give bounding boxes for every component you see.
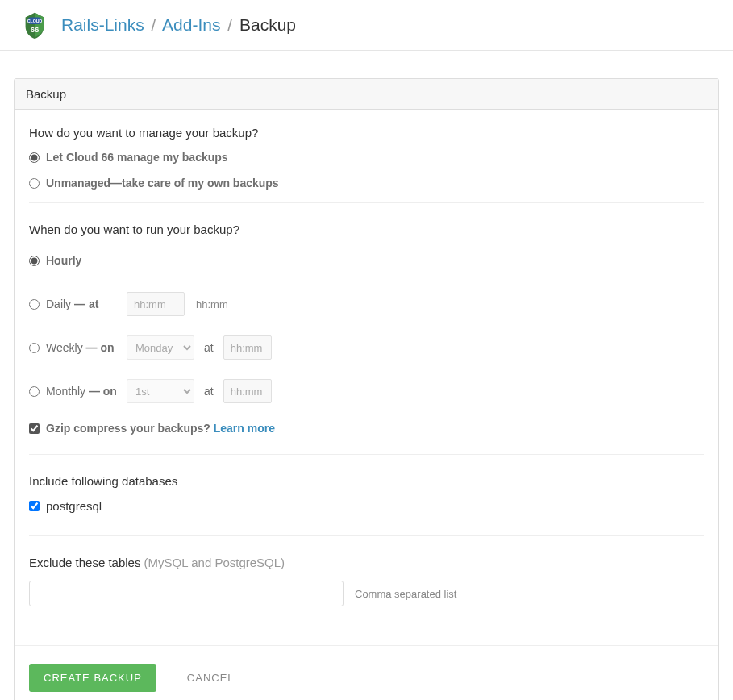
backup-panel: Backup How do you want to manage your ba… <box>14 78 719 700</box>
daily-time-input[interactable] <box>127 292 185 316</box>
db-postgresql-label: postgresql <box>46 499 102 513</box>
breadcrumb-sep: / <box>227 15 232 34</box>
schedule-weekly-row: Weekly — on Monday at <box>29 335 704 360</box>
breadcrumb: Rails-Links / Add-Ins / Backup <box>61 15 296 35</box>
radio-managed[interactable] <box>29 152 40 163</box>
divider <box>29 454 704 455</box>
svg-text:CLOUD: CLOUD <box>27 19 43 23</box>
schedule-monthly-row: Monthly — on 1st at <box>29 378 704 404</box>
radio-unmanaged-label: Unmanaged—take care of my own backups <box>46 177 279 190</box>
radio-unmanaged[interactable] <box>29 178 40 189</box>
panel-footer: CREATE BACKUP CANCEL <box>15 645 718 700</box>
exclude-label: Exclude these tables (MySQL and PostgreS… <box>29 556 704 569</box>
create-backup-button[interactable]: CREATE BACKUP <box>29 664 156 692</box>
schedule-daily-row: Daily — at hh:mm <box>29 291 704 317</box>
breadcrumb-current: Backup <box>239 15 296 34</box>
weekly-time-input[interactable] <box>223 335 272 360</box>
radio-daily[interactable] <box>29 299 40 310</box>
radio-weekly[interactable] <box>29 343 40 353</box>
monthly-time-input[interactable] <box>223 379 272 403</box>
svg-text:66: 66 <box>31 25 40 34</box>
breadcrumb-add-ins[interactable]: Add-Ins <box>162 15 220 34</box>
gzip-row: Gzip compress your backups? Learn more <box>29 422 704 435</box>
exclude-row: Comma separated list <box>29 581 704 606</box>
exclude-hint: Comma separated list <box>355 588 456 600</box>
radio-unmanaged-row: Unmanaged—take care of my own backups <box>29 177 704 190</box>
radio-managed-label: Let Cloud 66 manage my backups <box>46 151 228 164</box>
schedule-hourly-row: Hourly <box>29 248 704 273</box>
radio-managed-row: Let Cloud 66 manage my backups <box>29 151 704 164</box>
db-postgresql-checkbox[interactable] <box>29 501 40 511</box>
manage-question: How do you want to manage your backup? <box>29 126 704 140</box>
panel-title: Backup <box>15 79 718 110</box>
page-header: CLOUD 66 Rails-Links / Add-Ins / Backup <box>0 0 733 51</box>
database-row: postgresql <box>29 499 704 513</box>
divider <box>29 535 704 536</box>
weekly-day-select[interactable]: Monday <box>127 335 194 360</box>
panel-body: How do you want to manage your backup? L… <box>15 110 718 645</box>
radio-hourly-label: Hourly <box>46 254 81 267</box>
gzip-label: Gzip compress your backups? Learn more <box>46 422 275 435</box>
radio-daily-label: Daily — at <box>46 298 127 310</box>
breadcrumb-rails-links[interactable]: Rails-Links <box>61 15 144 34</box>
cloud66-logo: CLOUD 66 <box>19 10 50 40</box>
breadcrumb-sep: / <box>152 15 156 34</box>
radio-monthly[interactable] <box>29 386 40 397</box>
gzip-checkbox[interactable] <box>29 423 40 434</box>
cancel-button[interactable]: CANCEL <box>187 672 235 684</box>
daily-time-hint: hh:mm <box>196 298 228 310</box>
weekly-at-label: at <box>204 341 214 354</box>
radio-weekly-label: Weekly — on <box>46 341 127 354</box>
exclude-hint-paren: (MySQL and PostgreSQL) <box>144 556 285 569</box>
monthly-day-select[interactable]: 1st <box>127 379 194 403</box>
schedule-question: When do you want to run your backup? <box>29 223 704 236</box>
divider <box>29 202 704 203</box>
monthly-at-label: at <box>204 385 214 398</box>
radio-monthly-label: Monthly — on <box>46 385 127 398</box>
radio-hourly[interactable] <box>29 256 40 266</box>
databases-heading: Include following databases <box>29 474 704 488</box>
gzip-learn-more-link[interactable]: Learn more <box>214 422 275 435</box>
exclude-tables-input[interactable] <box>29 581 344 606</box>
